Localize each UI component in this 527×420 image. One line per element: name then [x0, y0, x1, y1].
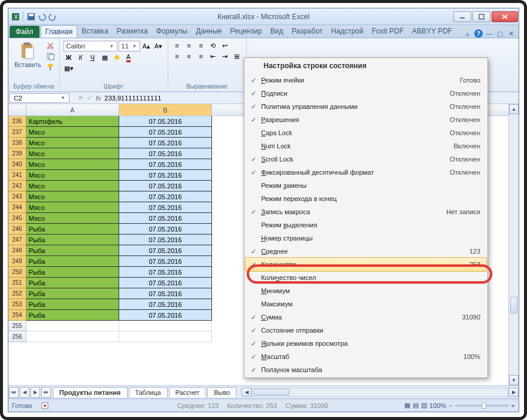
- cell-date[interactable]: 07.05.2016: [119, 191, 212, 202]
- cell-product[interactable]: Рыба: [26, 310, 119, 321]
- cell-product[interactable]: Мясо: [26, 170, 119, 181]
- view-layout-icon[interactable]: ▤: [413, 401, 419, 409]
- font-name-combo[interactable]: Calibri▼: [63, 41, 117, 51]
- cell-product[interactable]: Картофель: [26, 116, 119, 127]
- row-header[interactable]: 238: [8, 138, 26, 148]
- ribbon-tab-4[interactable]: Данные: [192, 25, 226, 38]
- cell-date[interactable]: 07.05.2016: [119, 235, 212, 245]
- context-menu-item[interactable]: Режим перехода в конец: [246, 192, 486, 205]
- cell-product[interactable]: Рыба: [26, 299, 119, 310]
- cell-date[interactable]: 07.05.2016: [119, 202, 212, 213]
- sheet-tab[interactable]: Выво: [207, 387, 237, 397]
- column-header-b[interactable]: B: [119, 104, 212, 115]
- zoom-value[interactable]: 100%: [429, 402, 446, 409]
- bold-icon[interactable]: Ж: [63, 53, 74, 62]
- row-header[interactable]: 242: [8, 181, 26, 191]
- cell-product[interactable]: Мясо: [26, 138, 119, 148]
- context-menu-item[interactable]: ✓ Политика управления данными Отключен: [246, 100, 486, 113]
- accept-formula-icon[interactable]: ✓: [87, 94, 92, 102]
- cut-icon[interactable]: [45, 41, 56, 50]
- cell-date[interactable]: 07.05.2016: [119, 310, 212, 321]
- cell-date[interactable]: 07.05.2016: [119, 148, 212, 159]
- hscroll-left-icon[interactable]: ◀: [241, 388, 252, 397]
- zoom-slider[interactable]: [455, 404, 509, 407]
- macro-record-icon[interactable]: [41, 401, 49, 410]
- undo-icon[interactable]: [37, 12, 47, 22]
- row-header[interactable]: 246: [8, 224, 26, 235]
- vscroll-thumb[interactable]: [510, 297, 517, 314]
- cell-date[interactable]: 07.05.2016: [119, 245, 212, 256]
- copy-icon[interactable]: [45, 51, 56, 61]
- context-menu-item[interactable]: Caps Lock Отключен: [246, 126, 486, 139]
- cell-date[interactable]: 07.05.2016: [119, 288, 212, 299]
- row-header[interactable]: 255: [8, 321, 26, 331]
- row-header[interactable]: 253: [8, 299, 26, 310]
- font-size-combo[interactable]: 11▼: [119, 41, 140, 51]
- merge-icon[interactable]: ⊞: [232, 51, 243, 61]
- save-icon[interactable]: [26, 12, 36, 22]
- ribbon-tab-3[interactable]: Формулы: [152, 25, 192, 38]
- ribbon-tab-9[interactable]: Foxit PDF: [368, 25, 408, 38]
- context-menu-item[interactable]: ✓ Scroll Lock Отключен: [246, 153, 486, 166]
- context-menu-item[interactable]: ✓ Запись макроса Нет записи: [246, 205, 486, 218]
- cell-date[interactable]: 07.05.2016: [119, 138, 212, 148]
- cell-product[interactable]: Рыба: [26, 288, 119, 299]
- help-icon[interactable]: ?: [474, 29, 483, 38]
- hscroll-thumb[interactable]: [253, 389, 289, 395]
- window-restore-icon[interactable]: ▢: [496, 29, 504, 38]
- italic-icon[interactable]: К: [75, 53, 86, 62]
- sheet-tab[interactable]: Продукты питания: [53, 387, 128, 397]
- ribbon-tab-0[interactable]: Главная: [41, 25, 78, 38]
- row-header[interactable]: 237: [8, 127, 26, 138]
- status-bar[interactable]: Готово Среднее: 123 Количество: 253 Сумм…: [8, 398, 519, 412]
- cell-product[interactable]: Рыба: [26, 267, 119, 278]
- ribbon-tab-5[interactable]: Рецензир: [226, 25, 266, 38]
- paste-button[interactable]: Вставить: [12, 41, 44, 72]
- cell-date[interactable]: 07.05.2016: [119, 267, 212, 278]
- formula-value[interactable]: 233,911111111111: [105, 95, 162, 102]
- zoom-in-icon[interactable]: +: [511, 402, 515, 409]
- context-menu-item[interactable]: ✓ Среднее 123: [246, 245, 486, 258]
- cell-product[interactable]: Мясо: [26, 127, 119, 138]
- row-header[interactable]: 252: [8, 288, 26, 299]
- vertical-scrollbar[interactable]: ▲ ▼: [508, 104, 519, 385]
- cell-product[interactable]: Мясо: [26, 148, 119, 159]
- cell-product[interactable]: Мясо: [26, 191, 119, 202]
- cell-product[interactable]: Мясо: [26, 213, 119, 224]
- scroll-up-icon[interactable]: ▲: [509, 104, 519, 114]
- sheet-tab[interactable]: Рассчет: [169, 387, 207, 397]
- row-header[interactable]: 244: [8, 202, 26, 213]
- fill-color-icon[interactable]: [111, 53, 122, 62]
- ribbon-tab-2[interactable]: Разметка: [113, 25, 152, 38]
- cell-date[interactable]: 07.05.2016: [119, 256, 212, 267]
- file-tab[interactable]: Файл: [10, 26, 40, 38]
- row-header[interactable]: 236: [8, 116, 26, 127]
- cell-product[interactable]: Мясо: [26, 202, 119, 213]
- cell-empty[interactable]: [26, 331, 119, 342]
- cell-date[interactable]: 07.05.2016: [119, 170, 212, 181]
- context-menu-item[interactable]: ✓ Фиксированный десятичный формат Отключ…: [246, 166, 486, 179]
- cell-product[interactable]: Рыба: [26, 224, 119, 235]
- cell-date[interactable]: 07.05.2016: [119, 159, 212, 170]
- ribbon-tab-7[interactable]: Разработ: [287, 25, 327, 38]
- context-menu-item[interactable]: ✓ Подписи Отключен: [246, 87, 486, 100]
- context-menu-item[interactable]: ✓ Сумма 31090: [246, 311, 486, 324]
- context-menu-item[interactable]: Максимум: [246, 297, 486, 311]
- context-menu-item[interactable]: Номер страницы: [246, 232, 486, 245]
- context-menu-item[interactable]: Минимум: [246, 284, 486, 297]
- cell-product[interactable]: Мясо: [26, 181, 119, 191]
- close-button[interactable]: [492, 11, 518, 22]
- cell-empty[interactable]: [119, 331, 212, 342]
- increase-font-icon[interactable]: A▴: [141, 41, 152, 51]
- window-close-icon[interactable]: ✕: [507, 29, 515, 38]
- cell-product[interactable]: Мясо: [26, 159, 119, 170]
- context-menu-item[interactable]: Num Lock Включен: [246, 139, 486, 153]
- context-menu-item[interactable]: Режим выделения: [246, 218, 486, 232]
- cell-product[interactable]: Рыба: [26, 245, 119, 256]
- cell-date[interactable]: 07.05.2016: [119, 299, 212, 310]
- row-header[interactable]: 249: [8, 256, 26, 267]
- fx-icon[interactable]: fx: [96, 95, 101, 102]
- cancel-formula-icon[interactable]: ✕: [78, 94, 83, 102]
- row-header[interactable]: 243: [8, 191, 26, 202]
- context-menu-item[interactable]: ✓ Разрешения Отключен: [246, 113, 486, 126]
